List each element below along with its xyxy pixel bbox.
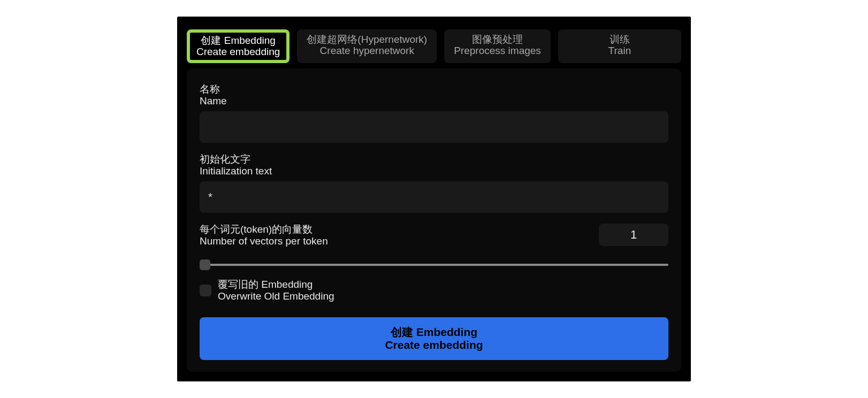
app-window: 创建 Embedding Create embedding 创建超网络(Hype…: [177, 17, 691, 382]
button-label-zh: 创建 Embedding: [200, 326, 668, 339]
name-label: 名称 Name: [200, 83, 668, 107]
create-embedding-panel: 名称 Name 初始化文字 Initialization text 每个词元(t…: [187, 68, 681, 372]
tabs-bar: 创建 Embedding Create embedding 创建超网络(Hype…: [187, 29, 681, 64]
tab-label-en: Preprocess images: [454, 45, 541, 57]
tab-train[interactable]: 训练 Train: [558, 29, 681, 64]
overwrite-row: 覆写旧的 Embedding Overwrite Old Embedding: [200, 279, 668, 302]
name-input[interactable]: [200, 111, 668, 143]
init-text-input[interactable]: [200, 181, 668, 213]
tab-label-en: Create hypernetwork: [307, 45, 427, 57]
tab-label-zh: 创建 Embedding: [196, 35, 280, 47]
tab-create-embedding[interactable]: 创建 Embedding Create embedding: [187, 29, 290, 64]
tab-preprocess-images[interactable]: 图像预处理 Preprocess images: [444, 29, 551, 64]
tab-label-zh: 图像预处理: [454, 34, 541, 45]
tab-label-zh: 训练: [568, 34, 672, 45]
init-text-field: 初始化文字 Initialization text: [200, 154, 668, 213]
vectors-per-token-label: 每个词元(token)的向量数 Number of vectors per to…: [200, 224, 328, 247]
tab-create-hypernetwork[interactable]: 创建超网络(Hypernetwork) Create hypernetwork: [297, 29, 437, 64]
create-embedding-button[interactable]: 创建 Embedding Create embedding: [200, 317, 668, 360]
tab-label-en: Create embedding: [196, 46, 280, 58]
tab-label-zh: 创建超网络(Hypernetwork): [307, 34, 427, 45]
overwrite-label: 覆写旧的 Embedding Overwrite Old Embedding: [218, 279, 334, 302]
vectors-per-token-slider-wrap: [200, 258, 668, 268]
tab-label-en: Train: [568, 45, 672, 57]
vectors-per-token-slider[interactable]: [200, 264, 668, 266]
button-label-en: Create embedding: [200, 339, 668, 351]
overwrite-checkbox[interactable]: [200, 285, 211, 296]
name-field: 名称 Name: [200, 83, 668, 143]
vectors-per-token-row: 每个词元(token)的向量数 Number of vectors per to…: [200, 224, 668, 251]
vectors-per-token-number[interactable]: [599, 224, 668, 246]
init-text-label: 初始化文字 Initialization text: [200, 154, 668, 177]
